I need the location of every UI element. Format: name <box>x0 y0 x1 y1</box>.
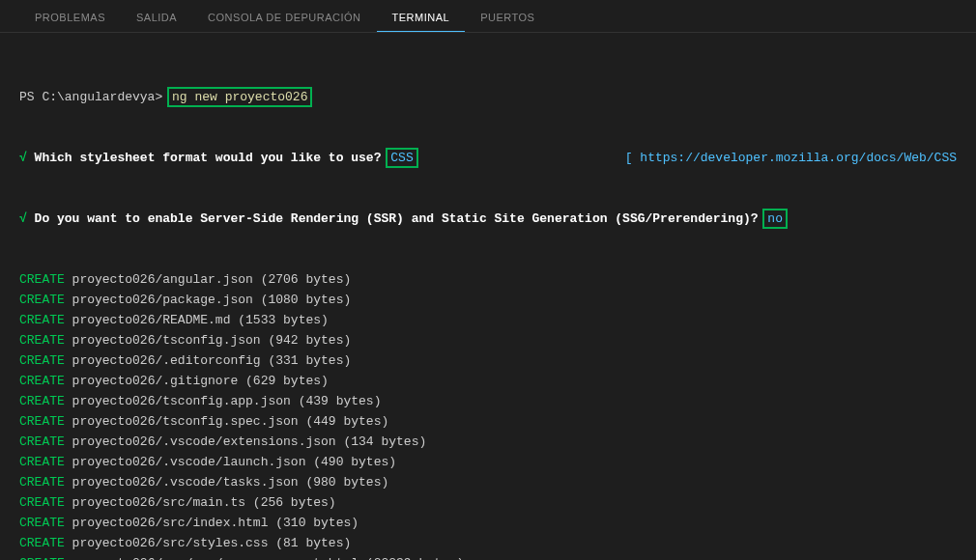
create-line: CREATE proyecto026/README.md (1533 bytes… <box>19 310 957 330</box>
panel-tabs: PROBLEMAS SALIDA CONSOLA DE DEPURACIÓN T… <box>0 0 976 33</box>
create-line: CREATE proyecto026/src/styles.css (81 by… <box>19 533 957 553</box>
mozilla-link[interactable]: [ https://developer.mozilla.org/docs/Web… <box>625 148 957 168</box>
create-line: CREATE proyecto026/package.json (1080 by… <box>19 290 957 310</box>
question-text: Do you want to enable Server-Side Render… <box>27 211 766 226</box>
question-stylesheet: √ Which stylesheet format would you like… <box>19 148 957 168</box>
tab-problems[interactable]: PROBLEMAS <box>19 8 121 32</box>
create-line: CREATE proyecto026/.editorconfig (331 by… <box>19 350 957 371</box>
answer-no: no <box>765 211 785 226</box>
create-line: CREATE proyecto026/.gitignore (629 bytes… <box>19 371 957 391</box>
file-path: proyecto026/.vscode/tasks.json (980 byte… <box>65 475 388 490</box>
create-line: CREATE proyecto026/tsconfig.app.json (43… <box>19 391 957 411</box>
question-ssr: √ Do you want to enable Server-Side Rend… <box>19 209 957 229</box>
create-label: CREATE <box>19 536 65 550</box>
create-label: CREATE <box>19 495 65 510</box>
create-line: CREATE proyecto026/tsconfig.json (942 by… <box>19 330 957 350</box>
answer-css: CSS <box>388 151 415 165</box>
file-path: proyecto026/tsconfig.json (942 bytes) <box>65 333 351 348</box>
create-line: CREATE proyecto026/.vscode/launch.json (… <box>19 452 957 472</box>
create-line: CREATE proyecto026/src/index.html (310 b… <box>19 513 957 533</box>
create-label: CREATE <box>19 394 65 408</box>
terminal-output[interactable]: PS C:\angulardevya> ng new proyecto026 √… <box>0 33 976 560</box>
create-line: CREATE proyecto026/.vscode/tasks.json (9… <box>19 472 957 492</box>
create-line: CREATE proyecto026/angular.json (2706 by… <box>19 269 957 290</box>
file-path: proyecto026/src/app/app.component.html (… <box>65 556 464 560</box>
file-path: proyecto026/.vscode/launch.json (490 byt… <box>65 455 396 469</box>
create-line: CREATE proyecto026/src/app/app.component… <box>19 553 957 560</box>
create-line: CREATE proyecto026/tsconfig.spec.json (4… <box>19 411 957 432</box>
file-path: proyecto026/.editorconfig (331 bytes) <box>65 353 351 368</box>
prompt-line: PS C:\angulardevya> ng new proyecto026 <box>19 87 957 107</box>
tab-debug-console[interactable]: CONSOLA DE DEPURACIÓN <box>192 8 376 32</box>
create-label: CREATE <box>19 353 65 368</box>
tab-terminal[interactable]: TERMINAL <box>377 8 466 32</box>
create-label: CREATE <box>19 293 65 307</box>
create-label: CREATE <box>19 475 65 490</box>
create-label: CREATE <box>19 272 65 287</box>
create-label: CREATE <box>19 455 65 469</box>
create-line: CREATE proyecto026/.vscode/extensions.js… <box>19 432 957 452</box>
file-path: proyecto026/tsconfig.spec.json (449 byte… <box>65 414 388 429</box>
create-label: CREATE <box>19 434 65 449</box>
create-label: CREATE <box>19 333 65 348</box>
tab-ports[interactable]: PUERTOS <box>465 8 550 32</box>
create-label: CREATE <box>19 556 65 560</box>
create-label: CREATE <box>19 414 65 429</box>
question-text: Which stylesheet format would you like t… <box>27 151 388 165</box>
file-path: proyecto026/tsconfig.app.json (439 bytes… <box>65 394 382 408</box>
check-icon: √ <box>19 211 27 226</box>
create-line: CREATE proyecto026/src/main.ts (256 byte… <box>19 492 957 513</box>
file-path: proyecto026/src/index.html (310 bytes) <box>65 516 359 530</box>
shell-prompt: PS C:\angulardevya> <box>19 90 170 104</box>
create-label: CREATE <box>19 313 65 327</box>
file-path: proyecto026/src/main.ts (256 bytes) <box>65 495 336 510</box>
file-path: proyecto026/README.md (1533 bytes) <box>65 313 329 327</box>
entered-command: ng new proyecto026 <box>170 90 309 104</box>
tab-output[interactable]: SALIDA <box>121 8 192 32</box>
create-label: CREATE <box>19 516 65 530</box>
file-path: proyecto026/.gitignore (629 bytes) <box>65 374 329 388</box>
file-path: proyecto026/angular.json (2706 bytes) <box>65 272 351 287</box>
create-label: CREATE <box>19 374 65 388</box>
check-icon: √ <box>19 151 27 165</box>
file-path: proyecto026/package.json (1080 bytes) <box>65 293 351 307</box>
file-path: proyecto026/src/styles.css (81 bytes) <box>65 536 351 550</box>
file-path: proyecto026/.vscode/extensions.json (134… <box>65 434 426 449</box>
